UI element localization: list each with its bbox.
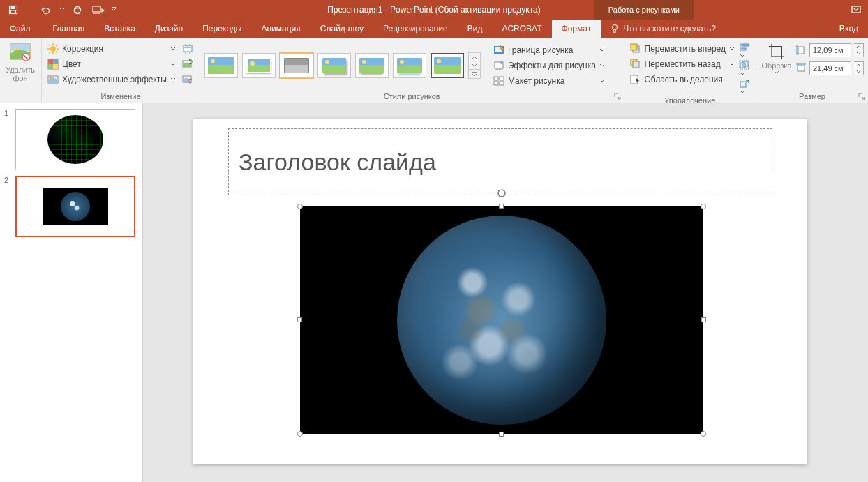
width-up[interactable]	[854, 62, 863, 68]
resize-handle-s[interactable]	[499, 432, 504, 437]
picture-effects-button[interactable]: Эффекты для рисунка	[492, 59, 606, 73]
align-button[interactable]	[739, 42, 751, 59]
gallery-up-button[interactable]	[469, 53, 480, 61]
compress-pictures-button[interactable]	[180, 42, 195, 56]
tab-design[interactable]: Дизайн	[145, 20, 193, 38]
gallery-more-button[interactable]	[469, 70, 480, 78]
picture-layout-label: Макет рисунка	[508, 76, 565, 86]
selected-picture[interactable]	[300, 206, 703, 434]
svg-rect-36	[494, 77, 498, 80]
group-objects-button[interactable]	[739, 60, 751, 77]
svg-point-14	[50, 46, 56, 52]
tab-animations[interactable]: Анимация	[251, 20, 310, 38]
picture-border-button[interactable]: Граница рисунка	[492, 43, 606, 57]
slide-editor[interactable]: Заголовок слайда	[143, 103, 868, 482]
resize-handle-nw[interactable]	[297, 204, 303, 209]
qat-customize-dropdown[interactable]	[110, 1, 117, 18]
artistic-label: Художественные эффекты	[62, 75, 167, 84]
slide-canvas[interactable]: Заголовок слайда	[193, 119, 807, 464]
height-input[interactable]: 12,09 см	[809, 43, 851, 57]
tab-slideshow[interactable]: Слайд-шоу	[310, 20, 373, 38]
resize-handle-ne[interactable]	[701, 204, 706, 209]
svg-rect-43	[633, 61, 639, 68]
ribbon-display-options-button[interactable]	[844, 0, 868, 20]
crop-icon	[767, 42, 786, 61]
style-thumb-7[interactable]	[431, 53, 464, 78]
tab-home[interactable]: Главная	[43, 20, 95, 38]
tab-format[interactable]: Формат	[552, 20, 601, 38]
resize-handle-w[interactable]	[297, 317, 302, 322]
save-button[interactable]	[4, 1, 22, 18]
slide-number-2: 2	[4, 176, 11, 237]
svg-point-7	[613, 25, 618, 30]
slide-thumb-1[interactable]: 1	[0, 107, 142, 174]
artistic-effects-button[interactable]: Художественные эффекты	[46, 73, 177, 86]
chevron-down-icon	[729, 61, 735, 67]
remove-background-button[interactable]: Удалитьфон	[4, 40, 36, 82]
slide-thumb-2[interactable]: 2	[0, 174, 142, 241]
style-thumb-2[interactable]	[242, 53, 276, 78]
styles-dialog-launcher[interactable]	[613, 91, 622, 101]
tab-file[interactable]: Файл	[0, 20, 43, 38]
height-up[interactable]	[854, 44, 863, 50]
svg-rect-6	[852, 6, 860, 13]
bring-forward-button[interactable]: Переместить вперед	[629, 42, 736, 56]
change-picture-button[interactable]	[180, 57, 195, 71]
crop-button[interactable]: Обрезка	[761, 40, 793, 75]
size-dialog-launcher[interactable]	[857, 91, 867, 101]
height-spinner	[854, 43, 864, 57]
slide-number-1: 1	[4, 109, 11, 170]
bring-forward-label: Переместить вперед	[645, 44, 726, 54]
chevron-down-icon	[170, 46, 176, 52]
svg-point-3	[75, 7, 81, 13]
redo-button[interactable]	[68, 1, 87, 18]
chevron-down-icon	[170, 77, 176, 82]
picture-effects-icon	[493, 60, 504, 71]
color-label: Цвет	[62, 59, 81, 69]
tab-transitions[interactable]: Переходы	[193, 20, 251, 38]
title-bar: Презентация1 - PowerPoint (Сбой активаци…	[0, 0, 868, 20]
corrections-label: Коррекция	[62, 44, 103, 54]
gallery-down-button[interactable]	[469, 61, 480, 70]
svg-rect-53	[798, 66, 805, 71]
corrections-button[interactable]: Коррекция	[46, 42, 177, 56]
width-down[interactable]	[854, 68, 863, 75]
style-thumb-6[interactable]	[393, 53, 426, 78]
style-thumb-5[interactable]	[355, 53, 389, 78]
undo-dropdown[interactable]	[59, 1, 66, 18]
tab-acrobat[interactable]: ACROBAT	[492, 20, 551, 38]
tab-insert[interactable]: Вставка	[94, 20, 145, 38]
start-from-beginning-button[interactable]	[89, 1, 107, 18]
height-field-row: 12,09 см	[795, 43, 864, 57]
reset-picture-button[interactable]	[180, 73, 195, 86]
earth-image	[397, 216, 606, 425]
rotation-handle[interactable]	[497, 188, 507, 198]
tell-me-search[interactable]: Что вы хотите сделать?	[601, 20, 726, 38]
width-input[interactable]: 21,49 см	[809, 61, 851, 75]
resize-handle-n[interactable]	[499, 204, 504, 209]
window-title: Презентация1 - PowerPoint (Сбой активаци…	[0, 5, 868, 15]
width-spinner	[854, 61, 864, 75]
main-area: 1 2 Заголовок слайда	[0, 103, 868, 482]
sign-in-button[interactable]: Вход	[830, 20, 868, 38]
send-backward-button[interactable]: Переместить назад	[629, 57, 736, 71]
remove-bg-line2: фон	[13, 74, 27, 82]
svg-rect-52	[798, 47, 804, 54]
tab-review[interactable]: Рецензирование	[373, 20, 458, 38]
resize-handle-se[interactable]	[701, 431, 706, 437]
undo-button[interactable]	[38, 1, 56, 18]
title-placeholder[interactable]: Заголовок слайда	[228, 128, 772, 195]
resize-handle-sw[interactable]	[297, 431, 303, 437]
rotate-button[interactable]	[739, 78, 751, 95]
style-thumb-3[interactable]	[280, 53, 313, 78]
height-down[interactable]	[854, 50, 863, 57]
picture-layout-button[interactable]: Макет рисунка	[492, 74, 606, 88]
style-thumb-4[interactable]	[317, 53, 351, 78]
tab-view[interactable]: Вид	[458, 20, 493, 38]
group-remove-background: Удалитьфон	[0, 38, 42, 103]
selection-pane-button[interactable]: Область выделения	[629, 73, 736, 86]
slide-thumbnails-pane[interactable]: 1 2	[0, 103, 143, 482]
resize-handle-e[interactable]	[701, 317, 706, 322]
style-thumb-1[interactable]	[204, 53, 238, 78]
color-button[interactable]: Цвет	[46, 57, 177, 71]
